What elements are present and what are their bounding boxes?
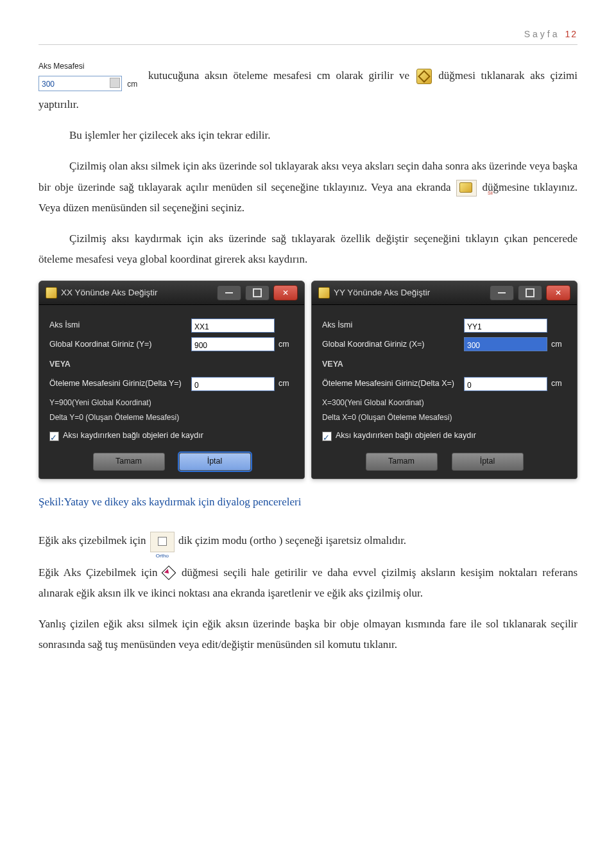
xx-cancel-button[interactable]: İptal: [179, 453, 251, 471]
yy-info2: Delta X=0 (Oluşan Öteleme Mesafesi): [322, 410, 567, 425]
dialog-yy-title-icon: [318, 287, 330, 299]
xx-global-input[interactable]: 900: [191, 337, 275, 351]
paragraph-2: Bu işlemler her çizilecek aks için tekra…: [38, 125, 578, 146]
xx-delta-input[interactable]: 0: [191, 377, 275, 391]
yy-veya: VEYA: [322, 357, 567, 372]
yy-delta-unit: cm: [551, 376, 567, 392]
yy-checkbox[interactable]: [322, 432, 332, 441]
xx-name-input[interactable]: XX1: [191, 319, 275, 333]
xx-global-unit: cm: [278, 337, 294, 353]
yy-name-input[interactable]: YY1: [464, 319, 547, 333]
dialog-xx-body: Aks İsmi XX1 Global Koordinat Giriniz (Y…: [39, 305, 304, 478]
aks-mesafesi-input[interactable]: 300: [38, 76, 122, 91]
dialog-xx-title-icon: [46, 287, 57, 299]
aks-mesafesi-label: Aks Mesafesi: [38, 59, 137, 74]
dialog-xx-titlebar: XX Yönünde Aks Değiştir: [39, 281, 304, 305]
yy-global-input[interactable]: 300: [464, 337, 547, 351]
sil-icon-label: Sil: [457, 191, 476, 196]
para1-text-a: kutucuğuna aksın öteleme mesafesi cm ola…: [148, 69, 415, 82]
sil-icon[interactable]: Sil: [456, 180, 477, 197]
paragraph-6: Eğik Aks Çizebilmek için düğmesi seçili …: [38, 563, 578, 604]
xx-delta-unit: cm: [278, 376, 294, 392]
yy-delta-label: Öteleme Mesafesini Giriniz(Delta X=): [322, 376, 460, 392]
xx-checkbox[interactable]: [49, 432, 59, 441]
paragraph-4: Çizilmiş aksı kaydırmak için aks üzerind…: [38, 229, 578, 270]
xx-global-label: Global Koordinat Giriniz (Y=): [49, 337, 187, 353]
figure-caption: Şekil:Yatay ve dikey aks kaydırmak için …: [38, 492, 578, 512]
ortho-icon[interactable]: Ortho: [150, 532, 175, 552]
xx-info1: Y=900(Yeni Global Koordinat): [49, 396, 294, 410]
xx-info2: Delta Y=0 (Oluşan Öteleme Mesafesi): [49, 410, 294, 425]
paragraph-1: Aks Mesafesi 300 cm kutucuğuna aksın öte…: [38, 59, 578, 115]
paragraph-7: Yanlış çizilen eğik aksı silmek için eği…: [38, 614, 578, 656]
dialog-yy-title: YY Yönünde Aks Değiştir: [334, 284, 486, 301]
yy-name-label: Aks İsmi: [322, 318, 460, 333]
close-button[interactable]: [273, 285, 298, 301]
xx-ok-button[interactable]: Tamam: [93, 453, 165, 471]
para5-text-b: dik çizim modu (ortho ) seçeneği işarets…: [178, 534, 406, 546]
minimize-button[interactable]: [490, 285, 514, 301]
paragraph-3: Çizilmiş olan aksı silmek için aks üzeri…: [38, 156, 578, 218]
insert-icon[interactable]: [416, 69, 432, 84]
dialog-row: XX Yönünde Aks Değiştir Aks İsmi XX1 Glo…: [38, 281, 578, 479]
page-header: Sayfa 12: [38, 26, 578, 45]
xx-checkbox-label: Aksı kaydırırken bağlı objeleri de kaydı…: [63, 428, 203, 444]
yy-ok-button[interactable]: Tamam: [366, 453, 438, 471]
aks-mesafesi-unit: cm: [127, 80, 137, 89]
dialog-xx: XX Yönünde Aks Değiştir Aks İsmi XX1 Glo…: [38, 281, 305, 479]
dialog-yy-body: Aks İsmi YY1 Global Koordinat Giriniz (X…: [312, 305, 577, 478]
aks-mesafesi-widget: Aks Mesafesi 300 cm: [38, 59, 137, 94]
para6-text-a: Eğik Aks Çizebilmek için: [38, 566, 162, 579]
dialog-yy-titlebar: YY Yönünde Aks Değiştir: [312, 281, 577, 305]
ortho-checkbox-icon: [158, 537, 167, 546]
minimize-button[interactable]: [217, 285, 241, 301]
ortho-label: Ortho: [151, 553, 174, 559]
maximize-button[interactable]: [518, 285, 542, 301]
para5-text-a: Eğik aks çizebilmek için: [38, 534, 149, 546]
dialog-yy: YY Yönünde Aks Değiştir Aks İsmi YY1 Glo…: [311, 281, 578, 479]
maximize-button[interactable]: [245, 285, 270, 301]
oblique-axis-icon[interactable]: [164, 568, 175, 579]
page-header-label: Sayfa: [524, 29, 560, 39]
page-number: 12: [565, 29, 578, 39]
yy-delta-input[interactable]: 0: [464, 377, 547, 391]
yy-global-unit: cm: [551, 337, 567, 353]
xx-veya: VEYA: [49, 357, 294, 372]
yy-global-label: Global Koordinat Giriniz (X=): [322, 337, 460, 353]
yy-info1: X=300(Yeni Global Koordinat): [322, 396, 567, 410]
yy-cancel-button[interactable]: İptal: [452, 453, 524, 471]
xx-delta-label: Öteleme Mesafesini Giriniz(Delta Y=): [49, 376, 187, 392]
xx-name-label: Aks İsmi: [49, 318, 187, 333]
yy-checkbox-label: Aksı kaydırırken bağlı objeleri de kaydı…: [336, 428, 476, 444]
close-button[interactable]: [546, 285, 570, 301]
paragraph-5: Eğik aks çizebilmek için Ortho dik çizim…: [38, 530, 578, 552]
dialog-xx-title: XX Yönünde Aks Değiştir: [61, 284, 213, 301]
